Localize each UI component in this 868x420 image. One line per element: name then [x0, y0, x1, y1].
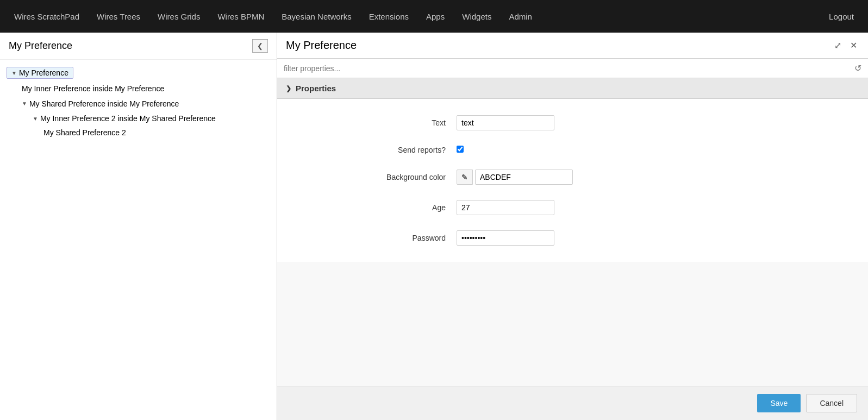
filter-bar: ↺ — [277, 59, 868, 78]
tree-node[interactable]: My Inner Preference inside My Preference — [0, 82, 277, 96]
left-panel: My Preference ❮ ▼My PreferenceMy Inner P… — [0, 33, 277, 420]
tree-node-text: My Inner Preference inside My Preference — [22, 84, 164, 93]
cancel-button[interactable]: Cancel — [806, 394, 857, 412]
tree-node[interactable]: ▼My Inner Preference 2 inside My Shared … — [0, 111, 277, 126]
age-label: Age — [294, 203, 457, 212]
age-field-wrapper — [457, 200, 565, 215]
tree-area: ▼My PreferenceMy Inner Preference inside… — [0, 60, 277, 420]
bg-color-field-wrapper: ✎ — [457, 170, 565, 185]
right-panel: My Preference ⤢ ✕ ↺ ❯ Properties Text — [277, 33, 868, 420]
right-panel-footer: Save Cancel — [277, 386, 868, 420]
password-input[interactable] — [457, 230, 554, 246]
send-reports-checkbox[interactable] — [457, 146, 464, 153]
main-layout: My Preference ❮ ▼My PreferenceMy Inner P… — [0, 33, 868, 420]
chevron-icon: ❯ — [286, 85, 291, 92]
close-icon[interactable]: ✕ — [848, 39, 859, 52]
text-field-wrapper — [457, 115, 565, 130]
nav-item-apps[interactable]: Apps — [417, 12, 453, 21]
collapse-button[interactable]: ❮ — [252, 39, 268, 53]
text-row: Text — [277, 108, 868, 138]
save-button[interactable]: Save — [757, 394, 801, 412]
nav-item-wires-bpmn[interactable]: Wires BPMN — [209, 12, 273, 21]
tree-node[interactable]: My Shared Preference 2 — [0, 126, 277, 140]
toggle-icon[interactable]: ▼ — [11, 70, 17, 76]
age-row: Age — [277, 192, 868, 223]
text-input[interactable] — [457, 115, 554, 130]
password-row: Password — [277, 223, 868, 253]
right-panel-title: My Preference — [286, 39, 357, 52]
expand-icon[interactable]: ⤢ — [832, 39, 844, 52]
tree-node[interactable]: ▼My Preference — [0, 64, 277, 82]
age-input[interactable] — [457, 200, 554, 215]
right-panel-header-icons: ⤢ ✕ — [832, 39, 859, 52]
tree-node-text: My Inner Preference 2 inside My Shared P… — [40, 114, 216, 123]
left-panel-header: My Preference ❮ — [0, 33, 277, 60]
empty-space — [277, 262, 868, 386]
nav-logout[interactable]: Logout — [820, 12, 863, 21]
nav-item-wires-scratchpad[interactable]: Wires ScratchPad — [5, 12, 88, 21]
properties-label: Properties — [296, 84, 336, 93]
nav-item-wires-grids[interactable]: Wires Grids — [149, 12, 209, 21]
send-reports-row: Send reports? — [277, 138, 868, 162]
bg-color-label: Background color — [294, 173, 457, 181]
properties-header[interactable]: ❯ Properties — [277, 78, 868, 99]
top-nav: Wires ScratchPadWires TreesWires GridsWi… — [0, 0, 868, 33]
properties-section: ❯ Properties Text Send reports? — [277, 78, 868, 262]
color-picker-icon[interactable]: ✎ — [457, 170, 473, 185]
password-label: Password — [294, 234, 457, 242]
toggle-icon[interactable]: ▼ — [22, 101, 27, 106]
nav-item-bayesian-networks[interactable]: Bayesian Networks — [273, 12, 360, 21]
bg-color-row: Background color ✎ — [277, 162, 868, 192]
filter-input[interactable] — [284, 64, 850, 73]
refresh-icon[interactable]: ↺ — [854, 63, 861, 73]
bg-color-input[interactable] — [475, 170, 573, 185]
send-reports-field-wrapper — [457, 146, 565, 154]
nav-item-widgets[interactable]: Widgets — [453, 12, 500, 21]
right-panel-header: My Preference ⤢ ✕ — [277, 33, 868, 59]
nav-item-wires-trees[interactable]: Wires Trees — [88, 12, 149, 21]
nav-item-admin[interactable]: Admin — [500, 12, 541, 21]
left-panel-title: My Preference — [9, 40, 72, 52]
tree-node-text: My Shared Preference 2 — [43, 128, 126, 137]
text-label: Text — [294, 118, 457, 127]
form-area: Text Send reports? Background color — [277, 99, 868, 262]
nav-item-extensions[interactable]: Extensions — [360, 12, 417, 21]
toggle-icon[interactable]: ▼ — [33, 116, 38, 122]
tree-node-text: My Preference — [19, 68, 68, 77]
tree-node[interactable]: ▼My Shared Preference inside My Preferen… — [0, 96, 277, 111]
send-reports-label: Send reports? — [294, 146, 457, 154]
tree-node-text: My Shared Preference inside My Preferenc… — [29, 99, 179, 108]
password-field-wrapper — [457, 230, 565, 246]
